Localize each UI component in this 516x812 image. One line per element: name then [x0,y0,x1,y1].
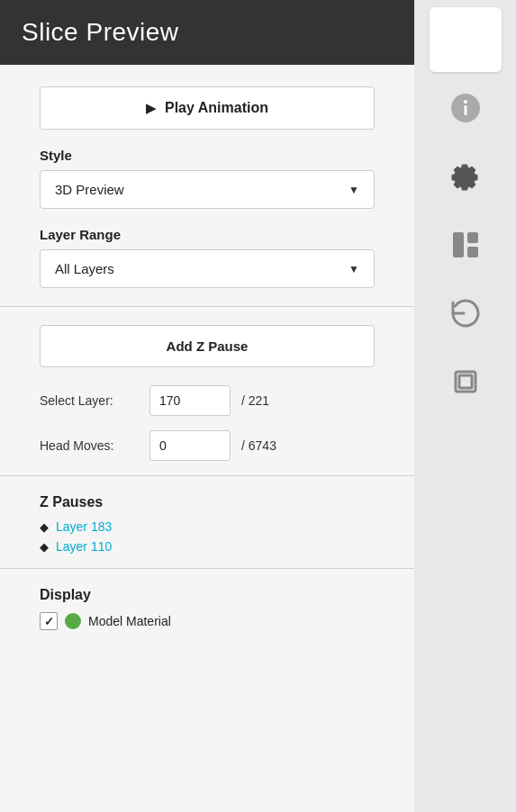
svg-point-7 [464,100,467,104]
select-layer-input[interactable] [149,385,231,416]
z-pause-item-0: ◆ Layer 183 [40,519,375,534]
sidebar-item-slice-preview[interactable] [430,7,502,72]
svg-rect-8 [453,232,464,257]
svg-rect-10 [467,247,478,257]
sidebar-item-crop[interactable] [430,349,502,414]
select-layer-row: Select Layer: / 221 [40,385,375,416]
refresh-icon [449,297,482,329]
style-selected: 3D Preview [55,182,124,197]
select-layer-total: / 221 [241,393,269,408]
checkmark-icon: ✓ [44,615,54,628]
layout-icon [449,229,482,261]
z-pauses-title: Z Pauses [40,494,375,510]
sidebar [414,0,516,812]
gear-icon [449,160,482,193]
sidebar-item-refresh[interactable] [430,281,502,346]
z-pause-link-1[interactable]: Layer 110 [56,539,112,554]
model-material-checkbox[interactable]: ✓ [40,612,58,630]
diamond-icon-1: ◆ [40,540,49,554]
head-moves-total: / 6743 [241,438,276,453]
head-moves-input[interactable] [149,430,231,461]
z-pause-link-0[interactable]: Layer 183 [56,519,112,534]
layer-range-selected: All Layers [55,261,114,276]
model-material-color [65,613,81,629]
layer-range-dropdown-arrow: ▼ [349,263,359,275]
z-pause-item-1: ◆ Layer 110 [40,539,375,554]
model-material-label: Model Material [88,614,171,628]
divider-1 [0,306,414,307]
svg-rect-9 [467,232,478,243]
select-layer-label: Select Layer: [40,393,139,408]
page-title: Slice Preview [22,18,179,46]
divider-2 [0,475,414,476]
content-area: ▶ Play Animation Style 3D Preview ▼ Laye… [0,65,414,812]
display-item-0: ✓ Model Material [40,612,375,630]
display-title: Display [40,587,375,603]
layer-range-dropdown[interactable]: All Layers ▼ [40,249,375,288]
svg-rect-12 [459,375,472,388]
add-zpause-button[interactable]: Add Z Pause [40,325,375,367]
main-panel: Slice Preview ▶ Play Animation Style 3D … [0,0,414,812]
style-dropdown[interactable]: 3D Preview ▼ [40,170,375,209]
diamond-icon-0: ◆ [40,520,49,534]
play-animation-button[interactable]: ▶ Play Animation [40,86,375,130]
style-label: Style [40,148,375,163]
divider-3 [0,568,414,569]
info-icon [449,92,482,124]
svg-rect-6 [464,105,466,115]
sidebar-item-layout[interactable] [430,212,502,277]
layer-range-label: Layer Range [40,227,375,242]
crop-icon [449,365,482,398]
sidebar-item-info[interactable] [430,76,502,140]
head-moves-row: Head Moves: / 6743 [40,430,375,461]
header: Slice Preview [0,0,414,65]
add-zpause-label: Add Z Pause [167,338,249,354]
sidebar-item-settings[interactable] [430,144,502,209]
style-dropdown-arrow: ▼ [349,184,359,196]
play-animation-label: Play Animation [165,100,268,116]
play-icon: ▶ [146,101,156,115]
head-moves-label: Head Moves: [40,438,139,453]
